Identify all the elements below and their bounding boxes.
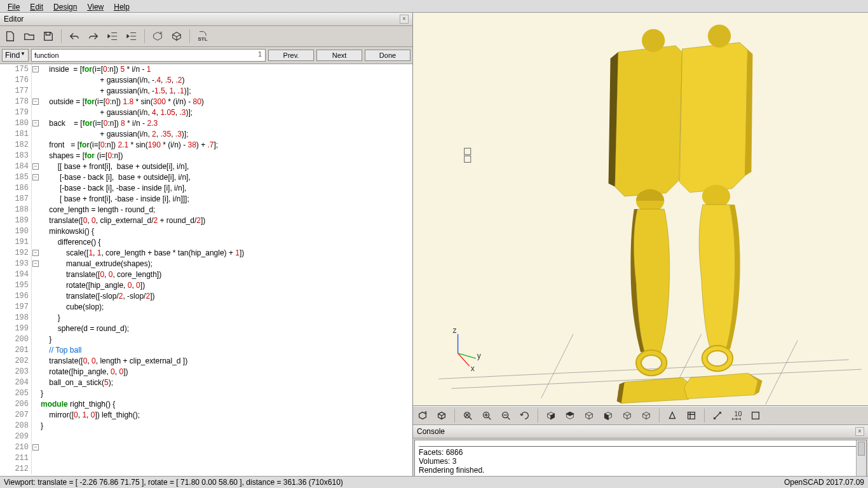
render-view-icon[interactable]: [434, 409, 449, 423]
svg-text:10: 10: [734, 410, 742, 417]
menu-file[interactable]: File: [3, 1, 25, 11]
axes-icon[interactable]: [710, 409, 725, 423]
svg-line-2: [541, 334, 573, 398]
menu-design[interactable]: Design: [48, 1, 82, 11]
console-panel: Console × Facets: 6866 Volumes: 3Renderi…: [413, 425, 868, 476]
status-version: OpenSCAD 2017.07.09: [784, 478, 864, 487]
zoom-in-icon[interactable]: [479, 409, 494, 423]
orthogonal-icon[interactable]: [684, 409, 699, 423]
find-count: 1: [258, 50, 262, 58]
status-bar: Viewport: translate = [ -2.26 76.86 71.7…: [0, 476, 868, 488]
svg-text:z: z: [453, 326, 457, 335]
svg-point-13: [642, 29, 665, 52]
console-scrollbar[interactable]: [856, 440, 866, 476]
preview-view-icon[interactable]: [415, 409, 430, 423]
view-toolbar: 10: [413, 406, 868, 425]
svg-point-19: [702, 185, 730, 208]
edges-icon[interactable]: [748, 409, 763, 423]
view-all-icon[interactable]: [460, 409, 475, 423]
find-mode-select[interactable]: Find▼: [2, 49, 29, 62]
svg-text:x: x: [471, 364, 475, 373]
view-top-icon[interactable]: [562, 409, 578, 423]
scale-marker-icon[interactable]: 10: [729, 409, 744, 423]
unindent-icon[interactable]: [105, 29, 120, 44]
model-render: z y x: [413, 13, 868, 405]
indent-icon[interactable]: [124, 29, 139, 44]
find-bar: Find▼ 1 Prev. Next Done: [0, 47, 412, 64]
preview-icon[interactable]: [150, 29, 165, 44]
render-icon[interactable]: [169, 29, 184, 44]
save-file-icon[interactable]: [41, 29, 56, 44]
undo-icon[interactable]: [67, 29, 82, 44]
view-front-icon[interactable]: [620, 409, 635, 423]
open-file-icon[interactable]: [22, 29, 37, 44]
zoom-out-icon[interactable]: [498, 409, 513, 423]
menu-help[interactable]: Help: [109, 1, 135, 11]
editor-toolbar: STL: [0, 26, 412, 47]
export-stl-icon[interactable]: STL: [195, 29, 210, 44]
svg-rect-26: [752, 412, 759, 419]
view-bottom-icon[interactable]: [581, 409, 597, 423]
find-prev-button[interactable]: Prev.: [268, 50, 314, 61]
svg-rect-5: [465, 148, 471, 154]
find-next-button[interactable]: Next: [316, 50, 362, 61]
status-viewport: Viewport: translate = [ -2.26 76.86 71.7…: [4, 478, 343, 487]
menu-view[interactable]: View: [82, 1, 109, 11]
console-output[interactable]: Facets: 6866 Volumes: 3Rendering finishe…: [414, 440, 867, 476]
code-editor[interactable]: 175 176 177 178 179 180 181 182 183 184 …: [0, 64, 412, 476]
editor-close-icon[interactable]: ×: [400, 15, 409, 24]
new-file-icon[interactable]: [3, 29, 18, 44]
view-right-icon[interactable]: [543, 409, 559, 423]
svg-point-18: [708, 25, 731, 48]
console-close-icon[interactable]: ×: [855, 427, 864, 436]
perspective-icon[interactable]: [665, 409, 680, 423]
menu-edit[interactable]: Edit: [25, 1, 48, 11]
view-back-icon[interactable]: [639, 409, 654, 423]
redo-icon[interactable]: [86, 29, 101, 44]
editor-titlebar: Editor ×: [0, 13, 412, 26]
svg-rect-6: [465, 156, 471, 162]
editor-title: Editor: [4, 15, 24, 24]
menu-bar: File Edit Design View Help: [0, 0, 868, 13]
find-input[interactable]: [31, 49, 266, 62]
svg-text:y: y: [477, 351, 482, 360]
console-title: Console: [417, 427, 445, 436]
reset-view-icon[interactable]: [517, 409, 532, 423]
find-done-button[interactable]: Done: [365, 50, 410, 61]
view-left-icon[interactable]: [600, 409, 616, 423]
3d-viewport[interactable]: z y x: [413, 13, 868, 406]
